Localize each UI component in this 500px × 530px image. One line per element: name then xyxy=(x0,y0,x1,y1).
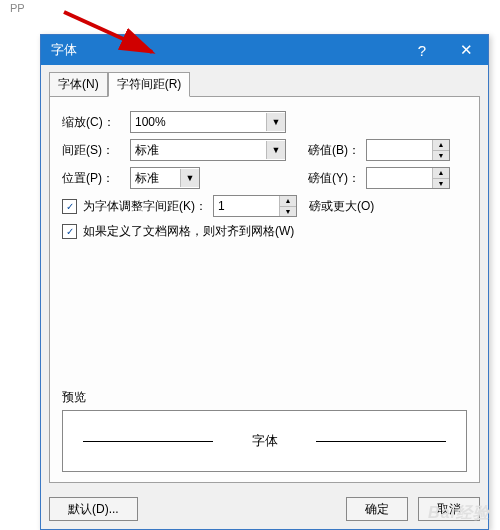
stray-text: PP xyxy=(10,2,25,14)
position-val-label: 磅值(Y)： xyxy=(308,170,360,187)
position-combo[interactable]: 标准 ▼ xyxy=(130,167,200,189)
default-button[interactable]: 默认(D)... xyxy=(49,497,138,521)
scale-combo[interactable]: 100% ▼ xyxy=(130,111,286,133)
spacing-val-label: 磅值(B)： xyxy=(308,142,360,159)
spinner-buttons[interactable]: ▲▼ xyxy=(432,168,449,188)
preview-label: 预览 xyxy=(62,389,467,406)
chevron-down-icon: ▼ xyxy=(180,169,199,187)
preview-text: 字体 xyxy=(252,432,278,450)
spacing-combo[interactable]: 标准 ▼ xyxy=(130,139,286,161)
annotation-arrow xyxy=(60,8,170,68)
tab-char-spacing[interactable]: 字符间距(R) xyxy=(108,72,191,97)
grid-label: 如果定义了文档网格，则对齐到网格(W) xyxy=(83,223,294,240)
chevron-down-icon: ▼ xyxy=(266,113,285,131)
scale-label: 缩放(C)： xyxy=(62,114,124,131)
dialog-buttons: 默认(D)... 确定 取消 xyxy=(41,489,488,529)
position-value: 标准 xyxy=(135,170,159,187)
position-val-spin[interactable]: ▲▼ xyxy=(366,167,450,189)
ok-button[interactable]: 确定 xyxy=(346,497,408,521)
close-button[interactable]: ✕ xyxy=(444,35,488,65)
tab-strip: 字体(N) 字符间距(R) xyxy=(41,65,488,96)
tab-body: 缩放(C)： 100% ▼ 间距(S)： 标准 ▼ 磅值(B)： ▲▼ 位置(P… xyxy=(49,96,480,483)
svg-line-0 xyxy=(64,12,152,52)
spinner-buttons[interactable]: ▲▼ xyxy=(279,196,296,216)
spinner-buttons[interactable]: ▲▼ xyxy=(432,140,449,160)
kerning-suffix: 磅或更大(O) xyxy=(309,198,374,215)
position-label: 位置(P)： xyxy=(62,170,124,187)
help-button[interactable]: ? xyxy=(400,35,444,65)
chevron-down-icon: ▼ xyxy=(266,141,285,159)
kerning-checkbox[interactable]: ✓ xyxy=(62,199,77,214)
font-dialog: 字体 ? ✕ 字体(N) 字符间距(R) 缩放(C)： 100% ▼ 间距(S)… xyxy=(40,34,489,530)
kerning-value: 1 xyxy=(218,199,225,213)
spacing-val-spin[interactable]: ▲▼ xyxy=(366,139,450,161)
preview-box: 字体 xyxy=(62,410,467,472)
spacing-label: 间距(S)： xyxy=(62,142,124,159)
watermark: Bai经验 xyxy=(428,503,490,524)
tab-font[interactable]: 字体(N) xyxy=(49,72,108,97)
kerning-spin[interactable]: 1 ▲▼ xyxy=(213,195,297,217)
scale-value: 100% xyxy=(135,115,166,129)
grid-checkbox[interactable]: ✓ xyxy=(62,224,77,239)
spacing-value: 标准 xyxy=(135,142,159,159)
kerning-label: 为字体调整字间距(K)： xyxy=(83,198,207,215)
